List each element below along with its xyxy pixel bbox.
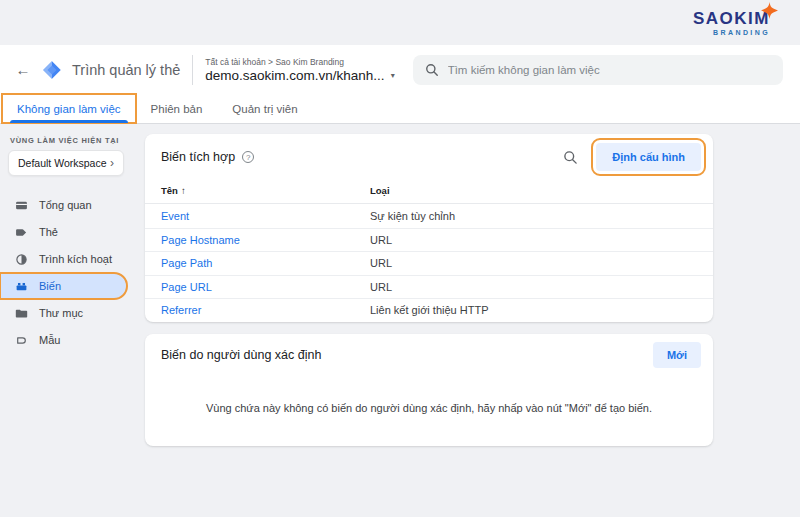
gtm-app: SAOKIM BRANDING ← Trình quản lý thẻ Tất … [0,0,800,517]
builtin-variables-card: Biến tích hợp ? Định cấu hình Tên↑ [145,134,713,322]
main-content: Biến tích hợp ? Định cấu hình Tên↑ [132,124,800,517]
app-title: Trình quản lý thẻ [72,62,180,78]
variable-type: Sự kiện tùy chỉnh [370,210,455,222]
column-header-name[interactable]: Tên↑ [161,185,370,196]
sidebar-item-label: Biến [39,280,61,292]
variable-link[interactable]: Page Path [161,257,370,269]
breadcrumb: Tất cả tài khoản > Sao Kim Branding [205,57,394,67]
workspace-section-label: VÙNG LÀM VIỆC HIỆN TẠI [0,132,132,148]
chevron-right-icon: › [110,156,114,170]
user-card-title: Biến do người dùng xác định [161,348,321,362]
tab-workspace[interactable]: Không gian làm việc [2,94,136,123]
variable-link[interactable]: Event [161,210,370,222]
tag-icon [15,226,28,239]
help-icon[interactable]: ? [242,151,254,163]
saokim-logo: SAOKIM BRANDING [693,10,770,36]
container-name: demo.saokim.com.vn/khanh... [205,68,384,83]
variable-type: URL [370,281,392,293]
gtm-logo-icon [42,60,62,80]
tab-admin[interactable]: Quản trị viên [217,94,312,123]
sort-asc-icon: ↑ [181,185,186,196]
sidebar-item-triggers[interactable]: Trình kích hoạt [0,246,132,272]
column-header-type[interactable]: Loại [370,185,390,196]
variable-link[interactable]: Page Hostname [161,234,370,246]
folder-icon [15,307,28,320]
sidebar-item-folders[interactable]: Thư mục [0,300,132,326]
table-search-button[interactable] [559,146,582,169]
sidebar-item-templates[interactable]: Mẫu [0,327,132,353]
table-header: Tên↑ Loại [145,180,713,204]
brand-name: SAOKIM [693,10,770,27]
sidebar-item-variables[interactable]: Biến [0,273,127,299]
sidebar-item-label: Thư mục [39,307,83,319]
sidebar-item-label: Mẫu [39,334,60,346]
tab-bar: Không gian làm việc Phiên bản Quản trị v… [0,94,800,124]
sidebar: VÙNG LÀM VIỆC HIỆN TẠI Default Workspace… [0,124,132,517]
account-selector[interactable]: Tất cả tài khoản > Sao Kim Branding demo… [205,57,394,83]
table-row[interactable]: Page URL URL [145,275,713,299]
table-row[interactable]: Event Sự kiện tùy chỉnh [145,204,713,228]
variable-link[interactable]: Page URL [161,281,370,293]
table-row[interactable]: Page Hostname URL [145,228,713,252]
configure-button[interactable]: Định cấu hình [596,143,701,171]
workspace-selector[interactable]: Default Workspace › [8,150,124,176]
overview-icon [15,199,28,212]
header-divider [192,55,193,85]
variable-type: URL [370,234,392,246]
builtin-card-title: Biến tích hợp [161,150,235,164]
workspace-search[interactable] [413,55,783,85]
table-row[interactable]: Referrer Liên kết giới thiệu HTTP [145,298,713,322]
search-icon [563,150,578,165]
user-variables-card: Biến do người dùng xác định Mới Vùng chứ… [145,334,713,446]
search-input[interactable] [448,64,771,76]
variables-icon [15,280,28,293]
new-variable-button[interactable]: Mới [653,342,701,368]
search-icon [425,63,439,77]
trigger-icon [15,253,28,266]
variable-link[interactable]: Referrer [161,304,370,316]
sidebar-item-overview[interactable]: Tổng quan [0,192,132,218]
top-strip: SAOKIM BRANDING [0,0,800,45]
star-icon [761,2,778,19]
app-header: ← Trình quản lý thẻ Tất cả tài khoản > S… [0,45,800,94]
caret-down-icon: ▾ [391,71,395,80]
workspace-name: Default Workspace [18,157,107,169]
tab-versions[interactable]: Phiên bản [136,94,218,123]
sidebar-item-label: Tổng quan [39,199,92,211]
table-row[interactable]: Page Path URL [145,251,713,275]
variable-type: Liên kết giới thiệu HTTP [370,304,489,316]
back-icon[interactable]: ← [10,57,36,83]
template-icon [15,334,28,347]
sidebar-item-tags[interactable]: Thẻ [0,219,132,245]
sidebar-item-label: Thẻ [39,226,58,238]
brand-tagline: BRANDING [693,29,770,36]
sidebar-item-label: Trình kích hoạt [39,253,112,265]
empty-state-text: Vùng chứa này không có biến do người dùn… [145,376,713,422]
variable-type: URL [370,257,392,269]
